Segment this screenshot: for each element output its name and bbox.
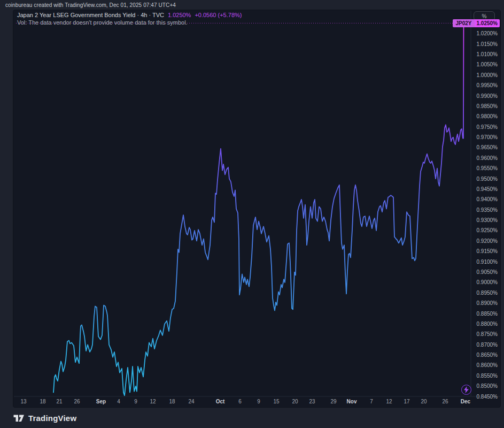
price-scale-label: 0.9850% — [470, 103, 498, 109]
price-scale-label: 0.9400% — [470, 196, 498, 202]
lightning-icon — [464, 386, 469, 393]
price-scale-label: 0.8700% — [470, 342, 498, 348]
price-scale-label: 0.8900% — [470, 300, 498, 306]
price-scale-label: 0.9800% — [470, 113, 498, 119]
price-chart[interactable] — [13, 10, 501, 408]
time-scale-label: Dec — [454, 399, 477, 405]
price-scale-label: 1.0050% — [470, 62, 498, 67]
price-scale-label: 0.9200% — [470, 238, 498, 244]
price-scale-label: 0.8950% — [470, 290, 498, 296]
price-scale-label: 1.0150% — [470, 41, 498, 47]
price-scale-label: 0.9650% — [470, 144, 498, 150]
symbol-title[interactable]: Japan 2 Year LSEG Government Bonds Yield… — [17, 12, 164, 19]
price-scale-label: 0.9250% — [470, 227, 498, 233]
attribution-text: coinbureau created with TradingView.com,… — [5, 2, 176, 8]
time-scale-label: 26 — [65, 399, 89, 405]
time-scale-label: 20 — [412, 399, 436, 405]
price-scale-label: 0.8850% — [470, 311, 498, 317]
price-scale-label: 0.9450% — [470, 186, 498, 192]
current-price-tag: JP02Y 1.0250% — [453, 19, 500, 27]
price-badge: 1.0250% — [475, 19, 500, 27]
time-scale-label: 23 — [300, 399, 324, 405]
brand-name: TradingView — [28, 414, 76, 423]
time-scale-label: 24 — [180, 399, 203, 405]
price-scale-label: 1.0200% — [470, 30, 498, 36]
price-scale-label: 0.8600% — [470, 362, 498, 368]
price-scale-label: 0.9100% — [470, 259, 498, 265]
price-scale-label: 0.9500% — [470, 176, 498, 182]
price-scale-label: 0.9950% — [470, 82, 498, 88]
price-scale-label: 1.0000% — [470, 72, 498, 78]
volume-note: Vol: The data vendor doesn't provide vol… — [17, 19, 242, 26]
price-scale-label: 0.9700% — [470, 134, 498, 140]
price-scale-label: 0.8800% — [470, 321, 498, 327]
price-scale-label: 0.9600% — [470, 155, 498, 161]
price-scale-label: 0.9900% — [470, 93, 498, 99]
price-scale-label: 0.9300% — [470, 217, 498, 223]
price-scale-label: 0.9550% — [470, 165, 498, 171]
price-scale-label: 0.9050% — [470, 269, 498, 275]
price-change-value: +0.0560 (+5.78%) — [195, 12, 242, 19]
price-scale-label: 1.0100% — [470, 51, 498, 57]
price-scale-label: 0.8500% — [470, 383, 498, 389]
price-scale-label: 0.9150% — [470, 248, 498, 254]
instant-data-button[interactable] — [461, 385, 471, 395]
footer-bar: TradingView — [0, 408, 504, 428]
tradingview-logo-icon — [13, 412, 25, 424]
chart-legend: Japan 2 Year LSEG Government Bonds Yield… — [17, 12, 242, 26]
symbol-badge: JP02Y — [453, 19, 474, 27]
chart-panel[interactable]: Japan 2 Year LSEG Government Bonds Yield… — [13, 10, 501, 408]
price-scale-label: 0.8550% — [470, 373, 498, 379]
last-price-value: 1.0250% — [168, 12, 191, 19]
price-scale-label: 0.9350% — [470, 207, 498, 213]
tradingview-brand[interactable]: TradingView — [13, 412, 76, 424]
price-scale-label: 0.8750% — [470, 331, 498, 337]
price-scale-label: 0.9750% — [470, 124, 498, 130]
price-scale-label: 0.8650% — [470, 352, 498, 358]
price-scale-label: 0.9000% — [470, 279, 498, 285]
window-title-bar: coinbureau created with TradingView.com,… — [0, 0, 504, 10]
